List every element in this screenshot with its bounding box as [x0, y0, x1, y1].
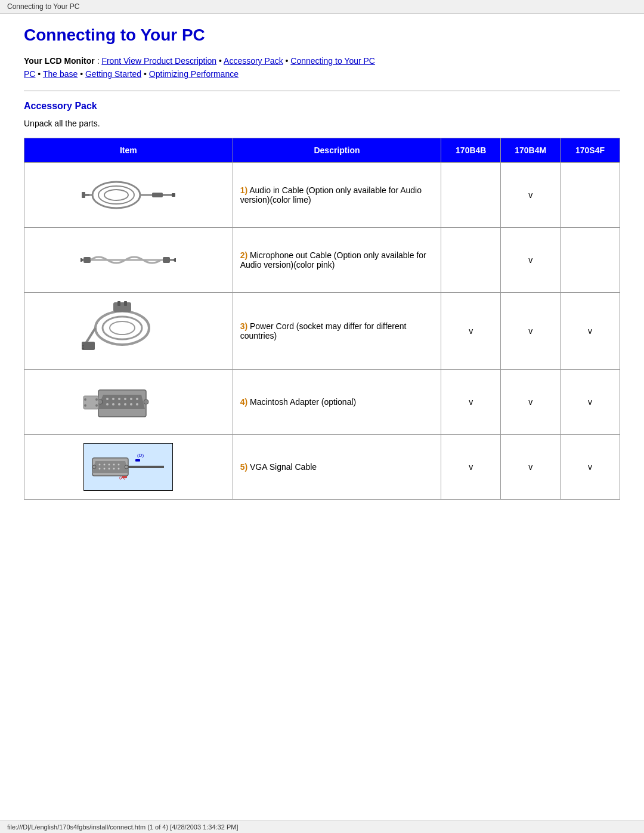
svg-rect-67	[122, 476, 127, 478]
svg-point-34	[130, 398, 132, 400]
desc-cell-4: 4) Macintosh Adapter (optional)	[233, 369, 441, 434]
browser-top-label: Connecting to Your PC	[7, 2, 79, 11]
browser-top-bar: Connecting to Your PC	[0, 0, 644, 14]
power-cord-image	[32, 301, 225, 361]
svg-point-48	[95, 404, 98, 407]
intro-text: Unpack all the parts.	[24, 119, 620, 128]
audio-cable-image	[32, 171, 225, 219]
breadcrumb-link-optimizing[interactable]: Optimizing Performance	[149, 69, 239, 79]
svg-rect-23	[124, 301, 127, 306]
svg-point-60	[118, 467, 120, 469]
svg-point-52	[104, 463, 106, 465]
desc-cell-3: 3) Power Cord (socket may differ for dif…	[233, 292, 441, 369]
svg-point-54	[113, 463, 115, 465]
svg-point-32	[118, 398, 120, 400]
check-170s4f-3: v	[561, 292, 620, 369]
table-row: 4) Macintosh Adapter (optional) v v v	[24, 369, 620, 434]
mic-cable-image	[32, 236, 225, 284]
item-num-3: 3)	[240, 321, 247, 331]
item-num-2: 2)	[240, 250, 247, 260]
svg-rect-14	[163, 257, 170, 263]
item-num-4: 4)	[240, 397, 247, 407]
svg-point-57	[104, 467, 106, 469]
svg-point-59	[113, 467, 115, 469]
page-content: Connecting to Your PC Your LCD Monitor :…	[0, 14, 644, 524]
item-image-cell-2	[24, 227, 233, 292]
page-title: Connecting to Your PC	[24, 26, 620, 45]
mac-adapter-svg	[80, 378, 176, 426]
item-image-cell-1	[24, 162, 233, 227]
check-170s4f-5: v	[561, 434, 620, 499]
svg-point-56	[99, 467, 101, 469]
accessory-table: Item Description 170B4B 170B4M 170S4F	[24, 138, 620, 500]
svg-point-62	[125, 465, 128, 469]
svg-rect-4	[82, 192, 85, 198]
desc-cell-2: 2) Microphone out Cable (Option only ava…	[233, 227, 441, 292]
check-170b4b-5: v	[441, 434, 501, 499]
mac-adapter-image	[32, 378, 225, 426]
breadcrumb-bullet-4: •	[80, 69, 85, 79]
check-170b4b-2	[441, 227, 501, 292]
breadcrumb-label: Your LCD Monitor	[24, 56, 95, 66]
item-image-cell-4	[24, 369, 233, 434]
svg-rect-22	[117, 301, 120, 306]
vga-cable-image: (D) (A)	[32, 443, 225, 491]
check-170b4b-4: v	[441, 369, 501, 434]
svg-rect-21	[113, 302, 131, 312]
svg-point-51	[99, 463, 101, 465]
breadcrumb-bullet-2: •	[286, 56, 291, 66]
svg-point-41	[136, 403, 138, 405]
item-num-1: 1)	[240, 185, 247, 195]
check-170s4f-4: v	[561, 369, 620, 434]
breadcrumb-link-pc[interactable]: PC	[24, 69, 35, 79]
check-170b4b-3: v	[441, 292, 501, 369]
svg-point-16	[174, 258, 176, 262]
svg-text:(D): (D)	[137, 453, 144, 458]
mic-cable-svg	[80, 239, 176, 281]
breadcrumb-link-connecting[interactable]: Connecting to Your PC	[290, 56, 375, 66]
svg-point-37	[112, 403, 114, 405]
check-170b4b-1	[441, 162, 501, 227]
svg-point-61	[92, 465, 96, 469]
table-header-description: Description	[233, 138, 441, 162]
breadcrumb-link-front-view[interactable]: Front View Product Description	[101, 56, 216, 66]
svg-point-18	[103, 317, 142, 339]
svg-marker-50	[92, 461, 128, 473]
item-desc-3: Power Cord (socket may differ for differ…	[240, 321, 407, 340]
svg-point-53	[109, 463, 110, 465]
svg-point-13	[80, 258, 83, 262]
section-title: Accessory Pack	[24, 101, 620, 112]
breadcrumb-link-getting-started[interactable]: Getting Started	[85, 69, 141, 79]
svg-point-33	[124, 398, 126, 400]
svg-point-55	[118, 463, 120, 465]
breadcrumb-bullet-3: •	[38, 69, 43, 79]
check-170b4m-4: v	[501, 369, 561, 434]
item-desc-4: Macintosh Adapter (optional)	[250, 397, 356, 407]
table-row: 2) Microphone out Cable (Option only ava…	[24, 227, 620, 292]
svg-point-46	[84, 404, 86, 407]
svg-line-24	[85, 328, 95, 344]
desc-cell-5: 5) VGA Signal Cable	[233, 434, 441, 499]
svg-point-38	[118, 403, 120, 405]
vga-signal-cable-svg: (D) (A)	[86, 446, 170, 488]
table-header-170b4m: 170B4M	[501, 138, 561, 162]
check-170b4m-1: v	[501, 162, 561, 227]
breadcrumb-link-accessory[interactable]: Accessory Pack	[224, 56, 283, 66]
svg-rect-11	[83, 257, 91, 263]
item-num-5: 5)	[240, 462, 247, 472]
table-row: 1) Audio in Cable (Option only available…	[24, 162, 620, 227]
svg-point-39	[124, 403, 126, 405]
svg-point-2	[104, 190, 128, 200]
item-desc-1: Audio in Cable (Option only available fo…	[240, 185, 422, 205]
table-row: 3) Power Cord (socket may differ for dif…	[24, 292, 620, 369]
status-bar-text: file:///D|/L/english/170s4fgbs/install/c…	[7, 823, 238, 831]
item-image-cell-5: (D) (A)	[24, 434, 233, 499]
check-170b4m-2: v	[501, 227, 561, 292]
check-170b4m-3: v	[501, 292, 561, 369]
svg-marker-29	[97, 395, 145, 409]
svg-point-47	[95, 398, 98, 401]
breadcrumb-link-base[interactable]: The base	[43, 69, 78, 79]
breadcrumb-bullet-1: •	[219, 56, 224, 66]
table-header-170s4f: 170S4F	[561, 138, 620, 162]
svg-point-45	[84, 398, 86, 401]
